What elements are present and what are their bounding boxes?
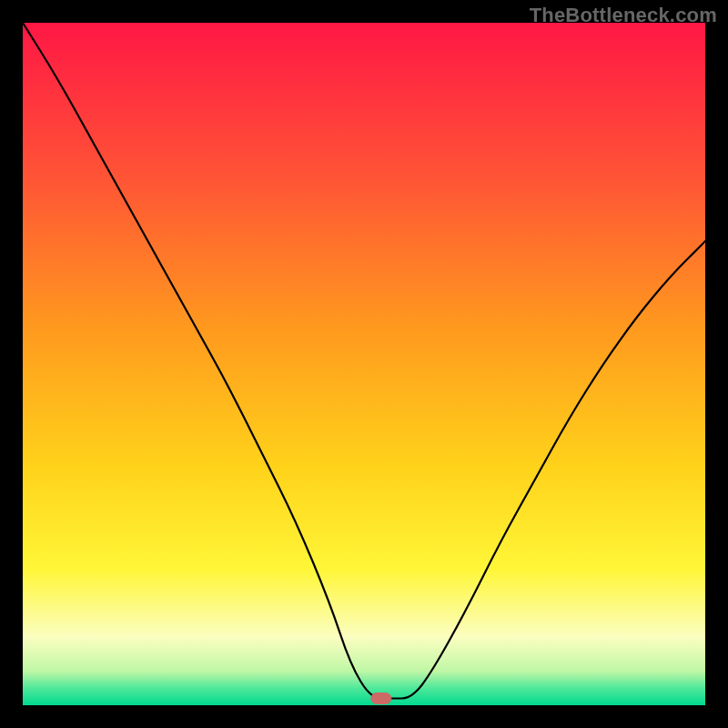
chart-frame: TheBottleneck.com [0,0,728,728]
optimal-point-marker [371,693,391,704]
bottleneck-chart [23,23,705,705]
watermark-label: TheBottleneck.com [530,4,717,27]
